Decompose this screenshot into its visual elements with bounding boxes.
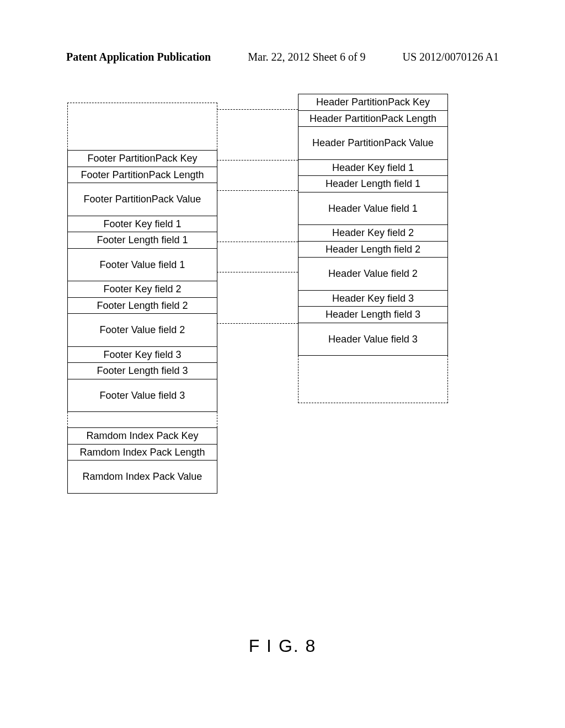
table-row: Header Length field 1 <box>299 175 447 192</box>
random-index-pack-box: Ramdom Index Pack KeyRamdom Index Pack L… <box>67 427 217 494</box>
table-row: Header Length field 3 <box>299 306 447 323</box>
table-row: Header Value field 1 <box>299 192 447 225</box>
dashed-continuation-bottom <box>298 356 448 403</box>
table-row: Footer Key field 1 <box>68 216 217 232</box>
table-row: Footer Value field 3 <box>68 379 217 412</box>
header-column: Header PartitionPack KeyHeader Partition… <box>298 94 448 403</box>
table-row: Footer PartitionPack Key <box>68 151 217 167</box>
figure-diagram: Footer PartitionPack KeyFooter Partition… <box>0 88 565 607</box>
table-row: Footer PartitionPack Length <box>68 167 217 183</box>
table-row: Footer Value field 1 <box>68 248 217 281</box>
header-partition-box: Header PartitionPack KeyHeader Partition… <box>298 94 448 356</box>
dashed-continuation-top <box>67 103 217 150</box>
table-row: Footer Length field 3 <box>68 362 217 379</box>
header-center: Mar. 22, 2012 Sheet 6 of 9 <box>248 51 365 63</box>
footer-partition-box: Footer PartitionPack KeyFooter Partition… <box>67 150 217 412</box>
header-right: US 2012/0070126 A1 <box>403 51 499 63</box>
connector-dash <box>217 109 298 110</box>
table-row: Header Key field 1 <box>299 159 447 176</box>
table-row: Header PartitionPack Value <box>299 126 447 159</box>
connector-dash <box>217 190 298 191</box>
table-row: Header Key field 3 <box>299 290 447 307</box>
header-left: Patent Application Publication <box>66 51 211 63</box>
table-row: Footer Length field 2 <box>68 297 217 314</box>
table-row: Header Length field 2 <box>299 241 447 258</box>
table-row: Footer Length field 1 <box>68 232 217 248</box>
table-row: Header PartitionPack Length <box>299 110 447 127</box>
table-row: Footer Key field 2 <box>68 281 217 297</box>
footer-column: Footer PartitionPack KeyFooter Partition… <box>67 103 217 494</box>
connector-dash <box>217 272 298 272</box>
figure-caption: F I G. 8 <box>0 636 565 656</box>
connector-dash <box>217 160 298 160</box>
table-row: Ramdom Index Pack Length <box>68 444 217 461</box>
table-row: Header Key field 2 <box>299 224 447 241</box>
connector-dash <box>217 323 298 324</box>
table-row: Ramdom Index Pack Key <box>68 428 217 444</box>
table-row: Footer Value field 2 <box>68 313 217 346</box>
dashed-gap <box>67 412 217 427</box>
table-row: Header PartitionPack Key <box>299 94 447 110</box>
page-running-header: Patent Application Publication Mar. 22, … <box>0 51 565 63</box>
table-row: Footer PartitionPack Value <box>68 183 217 216</box>
table-row: Footer Key field 3 <box>68 346 217 363</box>
table-row: Ramdom Index Pack Value <box>68 460 217 493</box>
table-row: Header Value field 3 <box>299 323 447 356</box>
connector-dash <box>217 242 298 242</box>
table-row: Header Value field 2 <box>299 257 447 290</box>
